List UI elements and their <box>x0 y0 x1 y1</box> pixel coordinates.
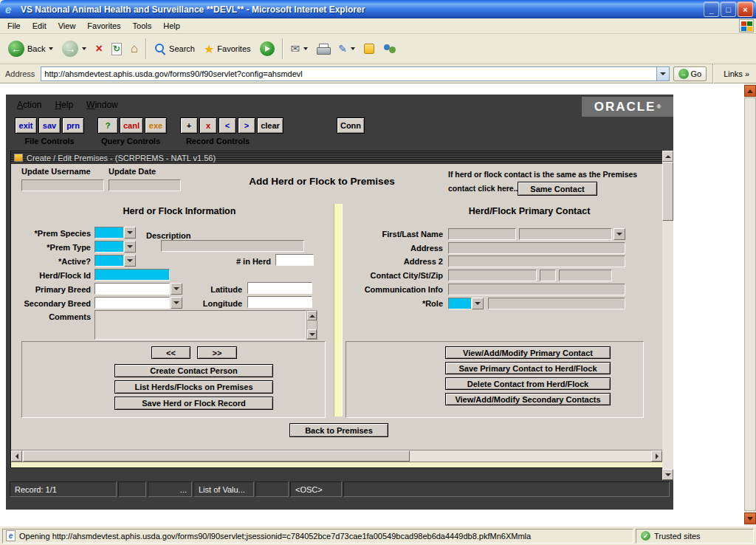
role-dropdown[interactable] <box>472 298 484 309</box>
forward-button[interactable]: → <box>58 38 90 59</box>
menu-favorites[interactable]: Favorites <box>81 20 126 32</box>
menu-edit[interactable]: Edit <box>27 20 52 32</box>
people-icon <box>383 44 396 54</box>
secondary-breed-dropdown[interactable] <box>171 297 182 309</box>
first-name-field <box>448 228 516 240</box>
save-herd-flock-button[interactable]: Save Herd or Flock Record <box>114 397 273 410</box>
next-herd-button[interactable]: >> <box>197 346 237 359</box>
prem-species-field[interactable] <box>94 227 124 239</box>
previous-record-button[interactable]: < <box>219 117 236 134</box>
prem-type-field[interactable] <box>94 241 124 253</box>
view-primary-contact-button[interactable]: View/Add/Modify Primary Contact <box>445 346 611 359</box>
applet-menu-window[interactable]: Window <box>80 97 125 112</box>
applet-menubar: Action Help Window <box>10 97 125 112</box>
latitude-field[interactable] <box>247 282 312 294</box>
edit-button[interactable]: ✎ <box>334 41 359 57</box>
mail-dropdown-icon[interactable] <box>303 47 308 50</box>
prem-type-dropdown[interactable] <box>124 241 136 253</box>
role-field[interactable] <box>448 298 472 309</box>
comments-scroll-down[interactable] <box>307 329 317 339</box>
next-record-button[interactable]: > <box>238 117 255 134</box>
primary-breed-field[interactable] <box>94 283 170 295</box>
delete-record-button[interactable]: x <box>199 117 217 134</box>
name-dropdown[interactable] <box>614 228 625 240</box>
search-button[interactable]: Search <box>151 41 199 57</box>
page-scroll-up-button[interactable] <box>744 85 756 97</box>
list-of-values-indicator: List of Valu... <box>193 481 254 497</box>
vscroll-down-button[interactable] <box>662 469 673 480</box>
hscroll-thumb[interactable] <box>23 450 410 462</box>
back-to-premises-button[interactable]: Back to Premises <box>289 423 388 437</box>
status-cell <box>343 481 670 497</box>
address-dropdown-button[interactable] <box>656 67 669 80</box>
maximize-button[interactable]: □ <box>721 1 736 17</box>
discuss-button[interactable] <box>379 41 400 56</box>
save-primary-contact-button[interactable]: Save Primary Contact to Herd/Flock <box>445 362 611 374</box>
longitude-field[interactable] <box>247 296 312 308</box>
vscroll-thumb[interactable] <box>662 162 673 221</box>
close-button[interactable]: × <box>738 1 753 17</box>
create-contact-person-button[interactable]: Create Contact Person <box>114 364 273 377</box>
print-form-button[interactable]: prn <box>62 117 84 134</box>
page-scroll-thumb[interactable] <box>744 97 756 511</box>
form-vscrollbar[interactable] <box>662 151 673 480</box>
links-chevron-icon: » <box>745 69 749 78</box>
minimize-button[interactable]: _ <box>704 1 719 17</box>
address-input[interactable] <box>41 69 656 78</box>
list-herds-flocks-button[interactable]: List Herds/Flocks on Premises <box>114 380 273 394</box>
previous-herd-button[interactable]: << <box>151 346 190 359</box>
cancel-query-button[interactable]: canl <box>120 117 143 134</box>
hscroll-right-button[interactable] <box>651 450 662 462</box>
view-secondary-contacts-button[interactable]: View/Add/Modify Secondary Contacts <box>445 393 611 405</box>
applet-menu-help[interactable]: Help <box>48 97 80 112</box>
go-label: Go <box>691 69 702 78</box>
favorites-button[interactable]: ★ Favorites <box>200 40 255 58</box>
menu-view[interactable]: View <box>52 20 82 32</box>
media-button[interactable] <box>256 39 278 58</box>
form-hscrollbar[interactable] <box>11 450 662 462</box>
comments-field[interactable] <box>94 310 306 340</box>
hscroll-left-button[interactable] <box>11 450 22 462</box>
stop-button[interactable]: × <box>92 40 106 58</box>
form-window-title: Create / Edit Premises - (SCRPREMS - NAT… <box>27 154 216 162</box>
comments-scrollbar[interactable] <box>306 310 317 340</box>
menu-tools[interactable]: Tools <box>127 20 158 32</box>
add-record-button[interactable]: + <box>180 117 198 134</box>
edit-dropdown-icon[interactable] <box>351 47 355 50</box>
clear-record-button[interactable]: clear <box>257 117 284 134</box>
query-help-button[interactable]: ? <box>97 117 118 134</box>
secondary-breed-field[interactable] <box>94 297 170 309</box>
active-field[interactable] <box>94 255 124 267</box>
menu-help[interactable]: Help <box>157 20 186 32</box>
in-herd-field[interactable] <box>275 254 314 266</box>
print-button[interactable] <box>313 41 333 56</box>
delete-contact-button[interactable]: Delete Contact from Herd/Flock <box>445 377 611 390</box>
page-scroll-down-button[interactable] <box>744 513 756 524</box>
messenger-button[interactable] <box>360 41 378 56</box>
exit-button[interactable]: exit <box>15 117 37 134</box>
primary-breed-label: Primary Breed <box>13 285 91 294</box>
vscroll-up-button[interactable] <box>662 151 673 162</box>
home-button[interactable]: ⌂ <box>127 39 142 58</box>
comments-scroll-up[interactable] <box>307 311 317 321</box>
execute-query-button[interactable]: exe <box>145 117 167 134</box>
refresh-button[interactable]: ↻ <box>108 41 126 58</box>
applet-menu-action[interactable]: Action <box>10 97 48 112</box>
links-button[interactable]: Links » <box>720 69 753 78</box>
description-field <box>161 240 304 252</box>
conn-button[interactable]: Conn <box>337 117 365 134</box>
back-dropdown-icon[interactable] <box>49 47 53 50</box>
forward-dropdown-icon[interactable] <box>82 47 86 50</box>
browser-vscrollbar[interactable] <box>744 83 756 526</box>
primary-breed-dropdown[interactable] <box>171 283 182 295</box>
back-button[interactable]: ← Back <box>4 38 57 59</box>
menu-file[interactable]: File <box>1 20 27 32</box>
form-window: Create / Edit Premises - (SCRPREMS - NAT… <box>10 151 663 468</box>
go-button[interactable]: → Go <box>673 66 707 81</box>
herd-flock-id-field[interactable] <box>94 269 170 281</box>
prem-species-dropdown[interactable] <box>124 227 136 239</box>
active-dropdown[interactable] <box>124 255 136 267</box>
same-contact-button[interactable]: Same Contact <box>518 182 597 196</box>
save-button[interactable]: sav <box>38 117 61 134</box>
mail-button[interactable]: ✉ <box>287 40 312 58</box>
